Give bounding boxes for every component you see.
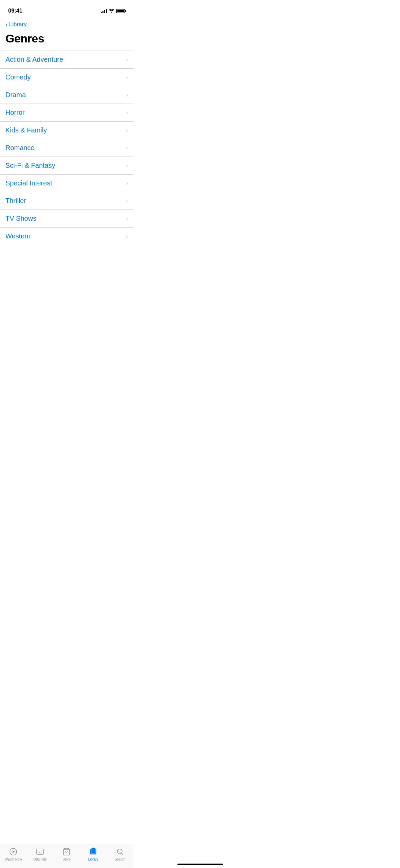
genre-item-special-interest[interactable]: Special Interest › [0, 175, 133, 192]
genre-label-thriller: Thriller [5, 197, 26, 205]
genre-label-sci-fi-fantasy: Sci-Fi & Fantasy [5, 162, 55, 169]
genre-label-kids-family: Kids & Family [5, 126, 47, 134]
genre-item-horror[interactable]: Horror › [0, 104, 133, 122]
back-button[interactable]: ‹ Library [5, 20, 27, 29]
chevron-right-icon: › [126, 198, 128, 204]
genre-item-comedy[interactable]: Comedy › [0, 69, 133, 86]
chevron-right-icon: › [126, 127, 128, 133]
back-navigation: ‹ Library [0, 17, 133, 31]
status-icons [101, 8, 125, 14]
status-bar: 09:41 [0, 0, 133, 17]
chevron-right-icon: › [126, 233, 128, 239]
genre-item-sci-fi-fantasy[interactable]: Sci-Fi & Fantasy › [0, 157, 133, 175]
chevron-right-icon: › [126, 74, 128, 80]
genre-item-romance[interactable]: Romance › [0, 139, 133, 157]
chevron-right-icon: › [126, 92, 128, 98]
genre-list: Action & Adventure › Comedy › Drama › Ho… [0, 51, 133, 245]
chevron-right-icon: › [126, 57, 128, 63]
genre-item-kids-family[interactable]: Kids & Family › [0, 122, 133, 139]
genre-label-special-interest: Special Interest [5, 179, 52, 187]
status-time: 09:41 [8, 7, 22, 14]
back-chevron-icon: ‹ [5, 21, 8, 28]
signal-bars-icon [101, 9, 107, 13]
page-title: Genres [5, 32, 128, 45]
genre-item-action-adventure[interactable]: Action & Adventure › [0, 51, 133, 69]
chevron-right-icon: › [126, 145, 128, 151]
page-title-section: Genres [0, 31, 133, 51]
battery-icon [116, 9, 125, 13]
genre-label-drama: Drama [5, 91, 26, 99]
genre-label-action-adventure: Action & Adventure [5, 56, 63, 64]
genre-label-western: Western [5, 232, 31, 240]
wifi-icon [109, 8, 114, 14]
genre-label-horror: Horror [5, 109, 25, 116]
chevron-right-icon: › [126, 163, 128, 169]
genre-item-drama[interactable]: Drama › [0, 86, 133, 104]
genre-label-tv-shows: TV Shows [5, 215, 36, 222]
chevron-right-icon: › [126, 110, 128, 116]
genre-item-tv-shows[interactable]: TV Shows › [0, 210, 133, 228]
genre-item-thriller[interactable]: Thriller › [0, 192, 133, 210]
chevron-right-icon: › [126, 216, 128, 222]
genre-label-romance: Romance [5, 144, 35, 152]
genre-label-comedy: Comedy [5, 73, 31, 81]
chevron-right-icon: › [126, 180, 128, 186]
back-label: Library [9, 21, 27, 28]
genre-item-western[interactable]: Western › [0, 228, 133, 245]
